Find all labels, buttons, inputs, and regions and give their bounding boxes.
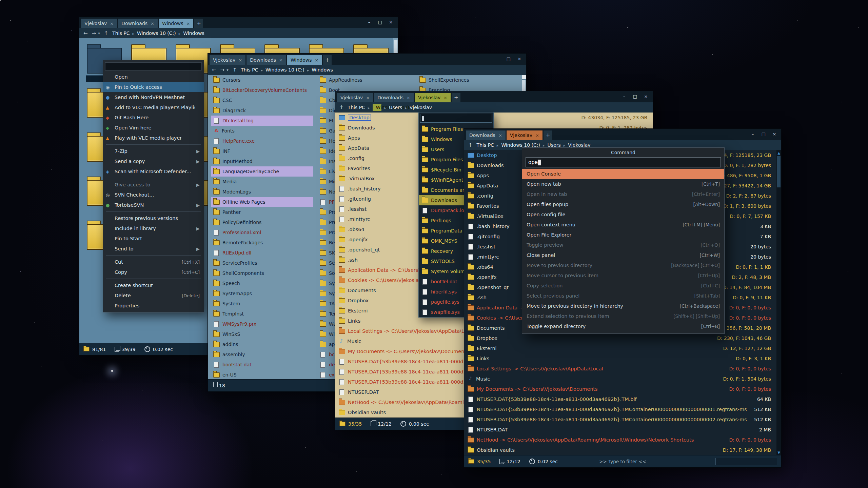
file-row[interactable]: System <box>211 299 313 309</box>
back-button[interactable]: ← <box>83 30 88 36</box>
command-item[interactable]: Open in new tab [Ctrl+Enter] <box>522 189 724 199</box>
breadcrumb-item[interactable]: Windows 10 (C:) <box>373 104 381 111</box>
file-row[interactable]: ModemLogs <box>211 187 313 197</box>
file-row[interactable]: Music D: 0, F: 1, 504 bytes <box>464 374 776 384</box>
file-row[interactable]: RemotePackages <box>211 238 313 248</box>
file-row[interactable]: Desktop D: 43034, F: 125185, 23 GB <box>335 113 653 123</box>
close-button[interactable]: × <box>386 18 396 26</box>
file-row[interactable]: Speech <box>211 278 313 288</box>
tab-close-icon[interactable]: × <box>238 58 242 63</box>
file-row[interactable]: INF <box>211 146 313 156</box>
up-button[interactable]: ↑ <box>468 142 473 148</box>
history-dropdown-icon[interactable]: ▾ <box>98 31 100 36</box>
file-row[interactable]: assembly <box>211 349 313 360</box>
context-menu-item[interactable] <box>103 277 204 280</box>
new-tab-button[interactable]: + <box>452 93 460 102</box>
command-item[interactable]: Toggle expand directory [Ctrl+B] <box>522 321 724 331</box>
new-tab-button[interactable]: + <box>194 19 203 28</box>
close-button[interactable]: × <box>770 130 779 138</box>
breadcrumb-item[interactable]: Windows 10 (C:) <box>501 142 540 148</box>
file-row[interactable]: addins <box>211 339 313 349</box>
context-menu-item[interactable]: TortoiseSVN ▶ <box>103 200 204 210</box>
breadcrumb-item[interactable]: Windows 10 (C:) <box>137 30 176 36</box>
command-item[interactable]: Open new tab [Ctrl+T] <box>522 179 724 189</box>
window-tab[interactable]: Downloads × <box>118 19 158 28</box>
context-menu-item[interactable]: Send to ▶ <box>103 244 204 254</box>
file-row[interactable]: WMSysPr9.prx <box>211 319 313 329</box>
type-to-filter-hint[interactable]: >> Type to filter << <box>599 459 646 464</box>
up-button[interactable]: ↑ <box>233 67 237 73</box>
window-tab[interactable]: Downloads × <box>466 130 506 140</box>
minimize-button[interactable]: – <box>619 92 629 100</box>
dropdown-filter-input[interactable] <box>420 114 492 123</box>
context-menu-item[interactable]: 7-Zip ▶ <box>103 146 204 156</box>
context-menu-item[interactable]: SVN Checkout... <box>103 190 204 200</box>
file-row[interactable]: WinSxS <box>211 329 313 339</box>
window-tab[interactable]: Vjekoslav × <box>337 93 373 102</box>
context-menu-item[interactable] <box>103 143 204 146</box>
command-item[interactable]: Copy selection [Ctrl+C] <box>522 281 724 291</box>
up-button[interactable]: ↑ <box>339 104 344 110</box>
context-menu-item[interactable]: Scan with Microsoft Defender... <box>103 166 204 177</box>
tab-close-icon[interactable]: × <box>315 58 319 63</box>
window-tab[interactable]: Downloads × <box>374 93 414 102</box>
file-row[interactable]: ServiceProfiles <box>211 258 313 268</box>
breadcrumb-item[interactable]: This PC <box>112 30 130 36</box>
close-button[interactable]: × <box>641 92 651 100</box>
breadcrumb-item[interactable]: Users <box>548 142 561 148</box>
context-menu-item[interactable]: Give access to ▶ <box>103 180 204 190</box>
breadcrumb-item[interactable]: Windows 10 (C:) <box>265 67 304 73</box>
file-row[interactable]: LanguageOverlayCache <box>211 166 313 177</box>
palette-input[interactable]: ope <box>526 157 721 167</box>
file-row[interactable]: CSC <box>211 95 313 105</box>
file-row[interactable]: bootstat.dat <box>211 360 313 370</box>
file-row[interactable]: Cursors <box>211 75 313 85</box>
file-row[interactable]: AppReadiness <box>318 75 419 85</box>
scrollbar-thumb[interactable] <box>777 156 781 187</box>
breadcrumb-item[interactable]: Users <box>389 105 402 110</box>
up-button[interactable]: ↑ <box>104 30 108 36</box>
file-row[interactable]: Offline Web Pages <box>211 197 313 207</box>
context-menu-item[interactable] <box>103 177 204 180</box>
history-dropdown-icon[interactable]: ▾ <box>226 68 229 72</box>
window-tab[interactable]: Windows × <box>159 19 193 28</box>
context-menu-item[interactable] <box>103 254 204 257</box>
command-item[interactable]: Open Console <box>522 169 724 179</box>
window-tab[interactable]: Windows × <box>287 55 322 65</box>
context-menu-item[interactable]: Send a copy ▶ <box>103 156 204 166</box>
breadcrumb-item[interactable]: This PC <box>348 105 365 110</box>
file-row[interactable]: RtlExUpd.dll <box>211 248 313 258</box>
file-row[interactable]: SystemApps <box>211 288 313 299</box>
breadcrumb-item[interactable]: This PC <box>477 142 494 148</box>
breadcrumb-item[interactable]: Vjekoslav <box>410 105 432 110</box>
file-row[interactable]: NTUSER.DAT{53b39e88-18c4-11ea-a811-000d3… <box>464 414 776 425</box>
window-tab[interactable]: Vjekoslav × <box>210 55 245 65</box>
file-row[interactable]: NTUSER.DAT 2 MB <box>464 425 776 435</box>
file-row[interactable]: Fonts <box>211 126 313 136</box>
tab-close-icon[interactable]: × <box>498 133 502 138</box>
context-menu-item[interactable]: Add to VLC media player's Playlist <box>103 102 204 113</box>
titlebar[interactable]: Vjekoslav × Downloads × Vjekoslav × + – … <box>335 91 653 102</box>
file-row[interactable]: Dropbox D: 230, F: 1043, 46 GB <box>464 333 776 343</box>
command-item[interactable]: Open files popup [Alt+Down] <box>522 199 724 209</box>
context-menu-item[interactable]: Restore previous versions <box>103 213 204 223</box>
context-menu-item[interactable]: Properties <box>103 301 204 311</box>
file-row[interactable]: HelpPane.exe <box>211 136 313 146</box>
file-row[interactable]: en-US <box>211 370 313 379</box>
forward-button[interactable]: → <box>92 30 96 36</box>
context-menu-item[interactable]: Pin to Quick access <box>103 82 204 92</box>
new-tab-button[interactable]: + <box>544 130 552 140</box>
window-tab[interactable]: Downloads × <box>246 55 286 65</box>
context-menu-item[interactable]: Delete [Delete] <box>103 290 204 301</box>
file-row[interactable]: My Documents -> C:\Users\Vjekoslav\Docum… <box>464 384 776 394</box>
window-tab[interactable]: Vjekoslav × <box>81 19 117 28</box>
maximize-button[interactable]: □ <box>375 18 385 26</box>
file-row[interactable]: Eksterni D: 12, F: 127, 12 GB <box>464 343 776 353</box>
file-row[interactable]: InputMethod <box>211 156 313 166</box>
tab-close-icon[interactable]: × <box>151 21 154 26</box>
tab-close-icon[interactable]: × <box>535 133 539 138</box>
forward-button[interactable]: → <box>220 67 225 73</box>
tab-close-icon[interactable]: × <box>110 21 114 26</box>
maximize-button[interactable]: □ <box>504 55 513 63</box>
command-item[interactable]: Select previous panel [Shift+Tab] <box>522 291 724 301</box>
